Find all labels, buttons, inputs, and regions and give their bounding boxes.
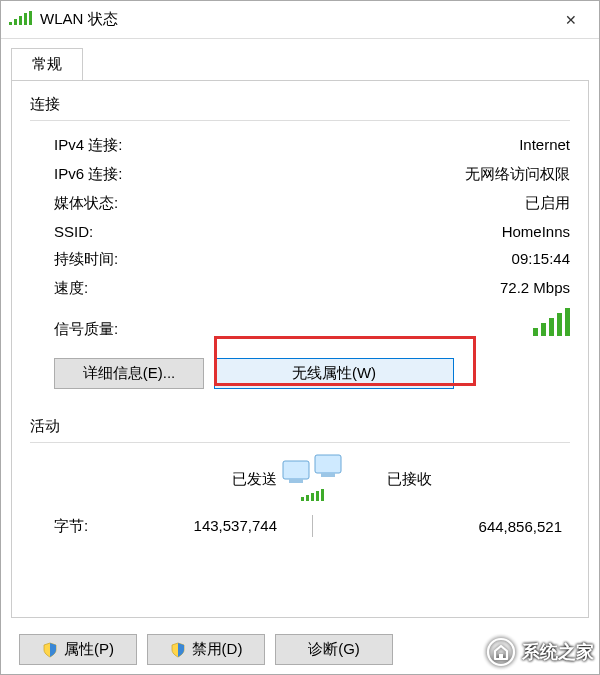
divider <box>30 120 570 121</box>
bytes-received-value: 644,856,521 <box>479 518 562 535</box>
properties-button[interactable]: 属性(P) <box>19 634 137 665</box>
duration-label: 持续时间: <box>54 250 118 269</box>
svg-rect-0 <box>283 461 309 479</box>
diagnose-button-label: 诊断(G) <box>308 640 360 659</box>
signal-bars-icon <box>533 308 570 339</box>
svg-rect-4 <box>301 497 304 501</box>
divider <box>30 442 570 443</box>
duration-value: 09:15:44 <box>512 250 570 269</box>
disable-button[interactable]: 禁用(D) <box>147 634 265 665</box>
shield-icon <box>170 642 186 658</box>
ipv6-value: 无网络访问权限 <box>465 165 570 184</box>
svg-rect-8 <box>321 489 324 501</box>
svg-rect-7 <box>316 491 319 501</box>
diagnose-button[interactable]: 诊断(G) <box>275 634 393 665</box>
divider-vertical <box>312 515 313 537</box>
svg-rect-3 <box>321 473 335 477</box>
bottom-button-bar: 属性(P) 禁用(D) 诊断(G) <box>1 628 599 675</box>
wifi-icon <box>9 11 32 28</box>
tab-general[interactable]: 常规 <box>11 48 83 81</box>
svg-rect-2 <box>289 479 303 483</box>
svg-rect-1 <box>315 455 341 473</box>
ssid-label: SSID: <box>54 223 93 240</box>
speed-label: 速度: <box>54 279 88 298</box>
activity-group-label: 活动 <box>30 417 570 436</box>
ssid-value: HomeInns <box>502 223 570 240</box>
received-label: 已接收 <box>347 470 570 489</box>
details-button[interactable]: 详细信息(E)... <box>54 358 204 389</box>
wireless-properties-button[interactable]: 无线属性(W) <box>214 358 454 389</box>
svg-rect-5 <box>306 495 309 501</box>
network-activity-icon <box>277 453 347 505</box>
signal-quality-label: 信号质量: <box>54 320 118 339</box>
sent-label: 已发送 <box>54 470 277 489</box>
properties-button-label: 属性(P) <box>64 640 114 659</box>
window-title: WLAN 状态 <box>40 10 551 29</box>
media-state-value: 已启用 <box>525 194 570 213</box>
shield-icon <box>42 642 58 658</box>
media-state-label: 媒体状态: <box>54 194 118 213</box>
tabstrip: 常规 <box>1 39 599 80</box>
ipv6-label: IPv6 连接: <box>54 165 122 184</box>
disable-button-label: 禁用(D) <box>192 640 243 659</box>
ipv4-label: IPv4 连接: <box>54 136 122 155</box>
bytes-sent-value: 143,537,744 <box>194 517 277 536</box>
speed-value: 72.2 Mbps <box>500 279 570 298</box>
ipv4-value: Internet <box>519 136 570 155</box>
svg-rect-6 <box>311 493 314 501</box>
tab-body: 连接 IPv4 连接:Internet IPv6 连接:无网络访问权限 媒体状态… <box>11 80 589 618</box>
connection-group-label: 连接 <box>30 95 570 114</box>
wlan-status-window: WLAN 状态 ✕ 常规 连接 IPv4 连接:Internet IPv6 连接… <box>0 0 600 675</box>
close-button[interactable]: ✕ <box>551 1 591 38</box>
bytes-label: 字节: <box>54 517 88 536</box>
titlebar: WLAN 状态 ✕ <box>1 1 599 39</box>
